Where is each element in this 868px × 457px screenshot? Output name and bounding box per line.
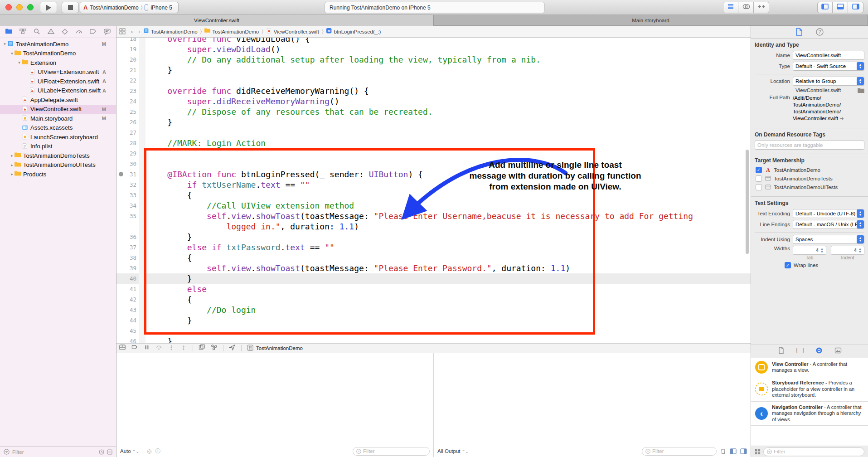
code-line-25[interactable]: 25 // Dispose of any resources that can … — [116, 107, 751, 117]
code-line-28[interactable]: 28 //MARK: Login Action — [116, 138, 751, 148]
code-line-40[interactable]: 40 } — [116, 273, 751, 284]
line-number-gutter[interactable]: 43 — [116, 305, 139, 315]
code-line-45[interactable]: 45 — [116, 326, 751, 336]
debug-navigator-icon[interactable] — [76, 29, 82, 35]
inspector-panel-toggle-button[interactable] — [848, 2, 863, 13]
symbol-navigator-icon[interactable] — [19, 29, 26, 35]
code-line-29[interactable]: 29 — [116, 148, 751, 159]
line-number-gutter[interactable]: 40 — [116, 273, 139, 284]
tree-item-uifloat-extension-swift[interactable]: UIFloat+Extension.swiftA — [0, 77, 116, 86]
indent-width-stepper[interactable]: 4▲▼ — [831, 246, 864, 255]
media-library-icon[interactable] — [834, 347, 842, 355]
recent-files-icon[interactable] — [99, 449, 104, 455]
show-variables-pane-icon[interactable] — [730, 448, 737, 454]
target-checkbox[interactable] — [756, 175, 762, 182]
tree-item-products[interactable]: ▸Products — [0, 170, 116, 179]
code-line-30[interactable]: 30 — [116, 159, 751, 169]
line-number-gutter[interactable]: 32 — [116, 180, 139, 190]
console-scope-popup[interactable]: All Output ⌃⌄ — [437, 448, 469, 454]
code-line-wrap[interactable]: logged in.", duration: 1.1) — [116, 221, 751, 232]
line-number-gutter[interactable]: 45 — [116, 326, 139, 336]
assistant-editor-button[interactable] — [738, 2, 754, 13]
tree-item-tostanimationdemo[interactable]: ▾TostAnimationDemo — [0, 49, 116, 58]
related-items-icon[interactable] — [119, 28, 126, 35]
tree-item-tostanimationdemo[interactable]: ▾TostAnimationDemoM — [0, 39, 116, 49]
disclosure-triangle-icon[interactable]: ▸ — [10, 172, 15, 176]
line-number-gutter[interactable]: 38 — [116, 253, 139, 263]
source-editor[interactable]: 18 override func viewDidLoad() {19 super… — [116, 38, 751, 343]
code-line-23[interactable]: 23 override func didReceiveMemoryWarning… — [116, 86, 751, 96]
breadcrumb-item[interactable]: TostAnimationDemo — [143, 28, 198, 35]
code-line-21[interactable]: 21 } — [116, 65, 751, 75]
reveal-arrow-icon[interactable]: ➔ — [839, 116, 844, 121]
show-console-pane-icon[interactable] — [740, 448, 747, 454]
step-over-button[interactable] — [156, 344, 163, 353]
line-number-gutter[interactable]: 35 — [116, 211, 139, 221]
issue-navigator-icon[interactable] — [48, 29, 54, 35]
library-item-navigation-controller[interactable]: ‹Navigation Controller - A controller th… — [751, 402, 868, 426]
step-into-button[interactable] — [168, 344, 175, 353]
line-number-gutter[interactable]: 21 — [116, 65, 139, 75]
location-dropdown[interactable]: Relative to Group▲▼ — [793, 77, 864, 86]
code-line-22[interactable]: 22 — [116, 75, 751, 86]
navigator-panel-toggle-button[interactable] — [817, 2, 833, 13]
code-line-46[interactable]: 46 } — [116, 336, 751, 343]
source-control-status-icon[interactable] — [107, 449, 112, 455]
hide-debug-area-button[interactable] — [119, 344, 126, 353]
deactivate-breakpoints-button[interactable] — [131, 344, 138, 353]
line-number-gutter[interactable]: 31 — [116, 169, 139, 180]
code-line-39[interactable]: 39 self.view.showToast(toastMessage: "Pl… — [116, 263, 751, 273]
tree-item-tostanimationdemouitests[interactable]: ▸TostAnimationDemoUITests — [0, 160, 116, 170]
tab-width-stepper[interactable]: 4▲▼ — [793, 246, 826, 255]
code-line-36[interactable]: 36 } — [116, 232, 751, 242]
zoom-window-button[interactable] — [27, 4, 34, 10]
target-checkbox[interactable] — [756, 184, 762, 190]
tab-main-storyboard[interactable]: Main.storyboard — [434, 15, 868, 26]
test-navigator-icon[interactable] — [62, 29, 68, 35]
choose-folder-icon[interactable] — [858, 88, 864, 93]
variables-filter-field[interactable]: Filter — [353, 447, 430, 456]
code-line-35[interactable]: 35 self.view.showToast(toastMessage: "Pl… — [116, 211, 751, 221]
run-button[interactable] — [40, 2, 57, 13]
code-line-37[interactable]: 37 else if txtPassword.text == "" — [116, 242, 751, 253]
line-number-gutter[interactable] — [116, 221, 139, 232]
info-icon[interactable]: ⓘ — [155, 447, 160, 455]
line-number-gutter[interactable]: 27 — [116, 127, 139, 138]
line-number-gutter[interactable]: 19 — [116, 44, 139, 54]
file-template-library-icon[interactable] — [777, 347, 785, 355]
line-endings-dropdown[interactable]: Default - macOS / Unix (LF)▲▼ — [793, 220, 864, 229]
tree-item-viewcontroller-swift[interactable]: ViewController.swiftM — [0, 105, 116, 114]
report-navigator-icon[interactable] — [104, 29, 111, 35]
standard-editor-button[interactable] — [723, 2, 738, 13]
tree-item-appdelegate-swift[interactable]: AppDelegate.swift — [0, 95, 116, 105]
code-line-31[interactable]: 31 @IBAction func btnLoginPressed(_ send… — [116, 169, 751, 180]
code-line-27[interactable]: 27 — [116, 127, 751, 138]
disclosure-triangle-icon[interactable]: ▸ — [10, 153, 15, 158]
code-line-18[interactable]: 18 override func viewDidLoad() { — [116, 38, 751, 44]
tree-item-uiview-extension-swift[interactable]: UIView+Extension.swiftA — [0, 68, 116, 77]
code-line-43[interactable]: 43 //Do login — [116, 305, 751, 315]
breadcrumb-item[interactable]: TostAnimationDemo — [204, 28, 259, 35]
code-line-33[interactable]: 33 { — [116, 190, 751, 200]
line-number-gutter[interactable]: 46 — [116, 336, 139, 343]
version-editor-button[interactable] — [754, 2, 769, 13]
find-navigator-icon[interactable] — [34, 29, 40, 35]
tree-item-tostanimationdemotests[interactable]: ▸TostAnimationDemoTests — [0, 151, 116, 160]
step-out-button[interactable] — [180, 344, 187, 353]
line-number-gutter[interactable]: 33 — [116, 190, 139, 200]
indent-using-dropdown[interactable]: Spaces▲▼ — [793, 235, 864, 244]
code-line-34[interactable]: 34 //Call UIView extension method — [116, 200, 751, 211]
pause-button[interactable] — [144, 344, 150, 353]
code-line-24[interactable]: 24 super.didReceiveMemoryWarning() — [116, 96, 751, 107]
trash-icon[interactable] — [720, 448, 726, 454]
editor-scrollbar[interactable] — [746, 150, 749, 254]
library-item-view-controller[interactable]: View Controller - A controller that mana… — [751, 358, 868, 377]
line-number-gutter[interactable]: 26 — [116, 117, 139, 127]
project-navigator-icon[interactable] — [5, 29, 12, 35]
object-library-icon[interactable] — [815, 347, 823, 355]
tree-item-assets-xcassets[interactable]: Assets.xcassets — [0, 123, 116, 133]
line-number-gutter[interactable]: 25 — [116, 107, 139, 117]
simulate-location-button[interactable] — [229, 344, 236, 353]
line-number-gutter[interactable]: 24 — [116, 96, 139, 107]
line-number-gutter[interactable]: 22 — [116, 75, 139, 86]
